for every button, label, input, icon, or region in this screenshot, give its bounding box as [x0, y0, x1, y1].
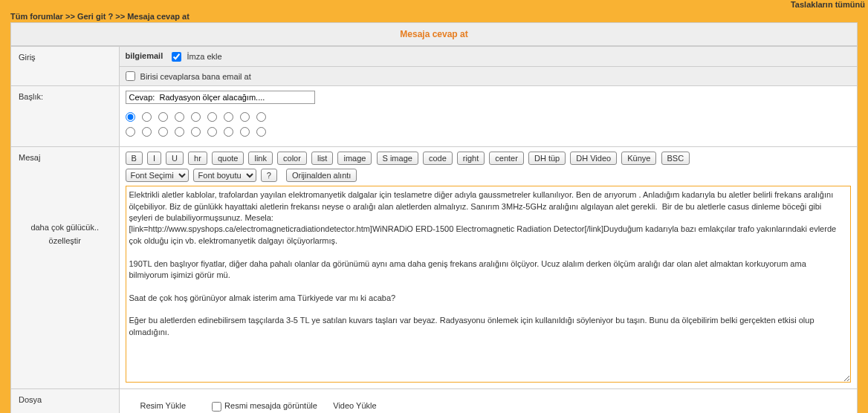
color-button[interactable]: color — [277, 152, 307, 165]
right-button[interactable]: right — [457, 152, 485, 165]
icon-radio-14[interactable] — [191, 127, 201, 137]
email-notify-checkbox[interactable] — [126, 71, 135, 81]
icon-radio-17[interactable] — [240, 127, 250, 137]
underline-button[interactable]: U — [166, 152, 184, 165]
bsc-button[interactable]: BSC — [661, 152, 690, 165]
label-login: Giriş — [11, 47, 119, 86]
page-title: Mesaja cevap at — [11, 23, 857, 46]
simage-button[interactable]: S image — [377, 152, 418, 165]
label-file: Dosya — [11, 389, 119, 413]
drafts-link[interactable]: Taslakların tümünü — [791, 0, 865, 9]
quote-button[interactable]: quote — [212, 152, 244, 165]
show-in-msg-checkbox[interactable] — [212, 402, 221, 412]
center-button[interactable]: center — [489, 152, 524, 165]
image-button[interactable]: image — [337, 152, 372, 165]
icon-radio-16[interactable] — [224, 127, 233, 137]
icon-radio-1[interactable] — [126, 112, 135, 122]
more-smileys-link[interactable]: daha çok gülücük.. — [30, 223, 99, 232]
icon-radio-3[interactable] — [158, 112, 168, 122]
icon-radio-4[interactable] — [175, 112, 184, 122]
add-signature-label: İmza ekle — [187, 52, 222, 61]
icon-radio-11[interactable] — [142, 127, 152, 137]
icon-radio-7[interactable] — [224, 112, 233, 122]
icon-radio-13[interactable] — [175, 127, 184, 137]
icon-radio-10[interactable] — [126, 127, 135, 137]
icon-radio-5[interactable] — [191, 112, 201, 122]
label-title: Başlık: — [11, 86, 119, 147]
dhtup-button[interactable]: DH tüp — [528, 152, 566, 165]
icon-radio-row-2 — [126, 127, 852, 138]
icon-radio-15[interactable] — [207, 127, 217, 137]
bc-all-forums[interactable]: Tüm forumlar — [10, 12, 63, 21]
link-button[interactable]: link — [248, 152, 273, 165]
bc-current: Mesaja cevap at — [127, 12, 190, 21]
kunye-button[interactable]: Künye — [621, 152, 656, 165]
editor-toolbar-2: Font Seçimi Font boyutu ? Orijinalden al… — [126, 169, 852, 182]
add-signature-checkbox[interactable] — [172, 52, 181, 62]
font-select[interactable]: Font Seçimi — [126, 169, 189, 182]
icon-radio-2[interactable] — [142, 112, 152, 122]
bc-back[interactable]: Geri git ? — [77, 12, 113, 21]
icon-radio-12[interactable] — [158, 127, 168, 137]
editor-toolbar-1: B I U hr quote link color list image S i… — [126, 152, 852, 165]
upload-image-link[interactable]: Resim Yükle — [140, 401, 187, 410]
username: bilgiemail — [126, 51, 163, 60]
bold-button[interactable]: B — [126, 152, 143, 165]
breadcrumb: Tüm forumlar >> Geri git ? >> Mesaja cev… — [0, 10, 868, 22]
reply-title-input[interactable] — [126, 91, 315, 104]
help-button[interactable]: ? — [261, 169, 277, 182]
show-in-msg-label: Resmi mesajda görüntüle — [224, 401, 317, 410]
icon-radio-8[interactable] — [240, 112, 250, 122]
icon-radio-6[interactable] — [207, 112, 217, 122]
font-size-select[interactable]: Font boyutu — [193, 169, 256, 182]
customize-link[interactable]: özelleştir — [49, 236, 81, 245]
dhvideo-button[interactable]: DH Video — [570, 152, 617, 165]
email-notify-label: Birisi cevaplarsa bana email at — [140, 72, 251, 81]
list-button[interactable]: list — [311, 152, 333, 165]
icon-radio-row-1 — [126, 112, 852, 123]
label-msg: Mesaj daha çok gülücük.. özelleştir — [11, 147, 119, 389]
upload-video-link[interactable]: Video Yükle — [333, 401, 376, 410]
message-textarea[interactable] — [126, 186, 852, 383]
code-button[interactable]: code — [423, 152, 453, 165]
hr-button[interactable]: hr — [188, 152, 207, 165]
icon-radio-18[interactable] — [256, 127, 266, 137]
icon-radio-9[interactable] — [256, 112, 266, 122]
quote-original-button[interactable]: Orijinalden alıntı — [286, 169, 357, 182]
italic-button[interactable]: I — [147, 152, 161, 165]
